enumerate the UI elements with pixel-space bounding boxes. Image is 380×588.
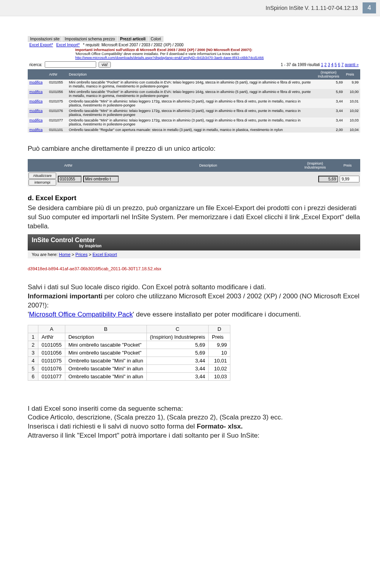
xlsx-filename[interactable]: d39418ed-b894-41af-ae37-06b3016f5cab_201… — [28, 266, 360, 271]
page-1[interactable]: 1 — [321, 63, 323, 67]
excel-cell: Ombrello tascabile "Mini" in allun — [65, 372, 146, 380]
cell-desc: Mini ombrello tascabile "Pocket" in allu… — [67, 89, 313, 99]
cell-artnr: 0101075 — [48, 99, 67, 108]
cell-artnr: 0101101 — [48, 127, 67, 133]
page-2[interactable]: 2 — [325, 63, 327, 67]
edit-hdr-ind: (Inspirion) Industriepreis — [295, 160, 335, 171]
warn-text: Importanti informazioni sull'utilizzo di… — [75, 48, 253, 52]
excel-cell: 10,03 — [209, 372, 230, 380]
tab-price-schema[interactable]: Impostazioni schema prezzo — [62, 36, 117, 42]
modify-link[interactable]: modifica — [29, 109, 43, 113]
compat-pack-rest: ' deve essere installato per poter modif… — [133, 311, 301, 318]
excel-export-link[interactable]: Excel Export* — [29, 43, 53, 47]
excel-cell: Description — [65, 333, 146, 341]
excel-cell: 6 — [28, 372, 38, 380]
search-input[interactable] — [45, 61, 96, 68]
excel-cell: 10,02 — [209, 364, 230, 372]
excel-row: 60101077Ombrello tascabile "Mini" in all… — [28, 372, 230, 380]
page-3[interactable]: 3 — [328, 63, 330, 67]
excel-cell: 4 — [28, 357, 38, 364]
cell-desc: Mini ombrello tascabile "Pocket" in allu… — [67, 80, 313, 89]
excel-cell: Mini ombrello tascabile "Pocket" — [65, 341, 146, 349]
cell-desc: Ombrello tascabile "Mini" in alluminio: … — [67, 99, 313, 108]
save-format-pre: Inserisca i dati richiesti e li salvi di… — [28, 423, 197, 430]
cell-desc: Ombrello tascabile "Regular" con apertur… — [67, 127, 313, 133]
update-button[interactable]: Attualizzare — [28, 173, 56, 179]
compat-download-link[interactable]: http://www.microsoft.com/downloads/detai… — [28, 56, 360, 60]
tabs: Impostazioni site Impostazioni schema pr… — [28, 36, 360, 42]
table-row: modifica0101101Ombrello tascabile "Regul… — [28, 127, 360, 133]
cell-ind: 5,69 — [313, 89, 344, 99]
cell-preis: 10,03 — [344, 118, 360, 127]
edit-hdr-artnr: ArtNr — [62, 160, 121, 171]
crumb-prices[interactable]: Prices — [76, 252, 88, 257]
page-7[interactable]: 7 — [341, 63, 344, 67]
compat-pack-link[interactable]: Microsoft Office Compatibility Pack — [29, 311, 133, 318]
cell-preis: 10,04 — [344, 127, 360, 133]
results-count: 1 - 37 da 1989 risultati — [281, 63, 320, 67]
modify-link[interactable]: modifica — [29, 99, 43, 103]
excel-cell: 0101055 — [38, 341, 65, 349]
excel-cell: 1 — [28, 333, 38, 341]
excel-col-hdr — [28, 325, 38, 333]
export-links-row: Excel Export* Excel Import* * requisiti:… — [28, 42, 360, 48]
excel-cell: (Inspirion) Industriepreis — [146, 333, 208, 341]
compat-pack-text: 'Microsoft Office Compatibility Pack' de… — [28, 310, 360, 319]
important-info-text: Informazioni importanti per coloro che u… — [28, 292, 360, 310]
col-industriepreis: (Inspirion) Industriepreis — [313, 69, 344, 80]
excel-cell: 9,99 — [209, 341, 230, 349]
modify-link[interactable]: modifica — [29, 90, 43, 94]
modify-link[interactable]: modifica — [29, 128, 43, 132]
excel-row: 50101076Ombrello tascabile "Mini" in all… — [28, 364, 230, 372]
schema-intro: I dati Excel sono inseriti come da segue… — [28, 404, 360, 413]
excel-row: 30101056Mini ombrello tascabile "Pocket"… — [28, 349, 230, 357]
modify-link[interactable]: modifica — [29, 80, 43, 84]
page-4[interactable]: 4 — [331, 63, 334, 67]
page-5[interactable]: 5 — [334, 63, 337, 67]
page-header: InSpirion InSite V. 1.1.11-07-04.12:13 4 — [0, 0, 380, 16]
excel-cell: Mini ombrello tascabile "Pocket" — [65, 349, 146, 357]
excel-cell: ArtNr — [38, 333, 65, 341]
excel-row: 20101055Mini ombrello tascabile "Pocket"… — [28, 341, 230, 349]
cell-ind: 5,69 — [313, 80, 344, 89]
schema-cols: Codice Articolo, descrizione, (Scala pre… — [28, 413, 360, 422]
excel-col-hdr: D — [209, 325, 230, 333]
edit-preis-input[interactable] — [340, 176, 359, 182]
excel-row: 1ArtNrDescription(Inspirion) Industriepr… — [28, 333, 230, 341]
excel-col-hdr: C — [146, 325, 208, 333]
edit-row: Attualizzare interrompi — [28, 172, 360, 186]
crumb-home[interactable]: Home — [59, 252, 70, 257]
tab-colors[interactable]: Colori — [148, 36, 163, 42]
crumb-excel-export[interactable]: Excel Export — [93, 252, 117, 257]
install-info: 'Microsoft Office Compatibility' deve es… — [28, 52, 360, 56]
edit-ind-input — [318, 176, 338, 182]
cell-preis: 10,00 — [344, 89, 360, 99]
edit-table-header: ArtNr Description (Inspirion) Industriep… — [28, 159, 360, 172]
important-info-bold: Informazioni importanti — [28, 292, 103, 300]
save-format-text: Inserisca i dati richiesti e li salvi di… — [28, 422, 360, 431]
page-6[interactable]: 6 — [338, 63, 340, 67]
excel-cell: Preis — [209, 333, 230, 341]
search-button[interactable]: via! — [99, 62, 111, 68]
page-next[interactable]: avanti » — [345, 63, 359, 67]
excel-col-hdr: B — [65, 325, 146, 333]
intro-text: Può cambiare anche direttamente il prezz… — [28, 144, 360, 154]
requirements-note: * requisiti: Microsoft Excel 2007 / 2003… — [83, 43, 184, 47]
control-center-banner: InSite Control Center by inspirion — [28, 234, 360, 250]
edit-hdr-desc: Description — [122, 160, 294, 171]
tab-article-prices[interactable]: Prezzi articoli — [118, 36, 148, 42]
col-description: Description — [67, 69, 313, 80]
excel-col-hdr: A — [38, 325, 65, 333]
cell-preis: 10,01 — [344, 99, 360, 108]
table-row: modifica0101055Mini ombrello tascabile "… — [28, 80, 360, 89]
cell-artnr: 0101077 — [48, 118, 67, 127]
price-table: ArtNr Description (Inspirion) Industriep… — [28, 69, 360, 133]
tab-site-settings[interactable]: Impostazioni site — [28, 36, 62, 42]
search-label: ricerca: — [29, 63, 42, 67]
excel-cell: Ombrello tascabile "Mini" in allun — [65, 357, 146, 364]
excel-cell: 3 — [28, 349, 38, 357]
cancel-button[interactable]: interrompi — [28, 179, 56, 186]
col-artnr: ArtNr — [48, 69, 67, 80]
excel-import-link[interactable]: Excel Import* — [56, 43, 80, 47]
modify-link[interactable]: modifica — [29, 118, 43, 122]
